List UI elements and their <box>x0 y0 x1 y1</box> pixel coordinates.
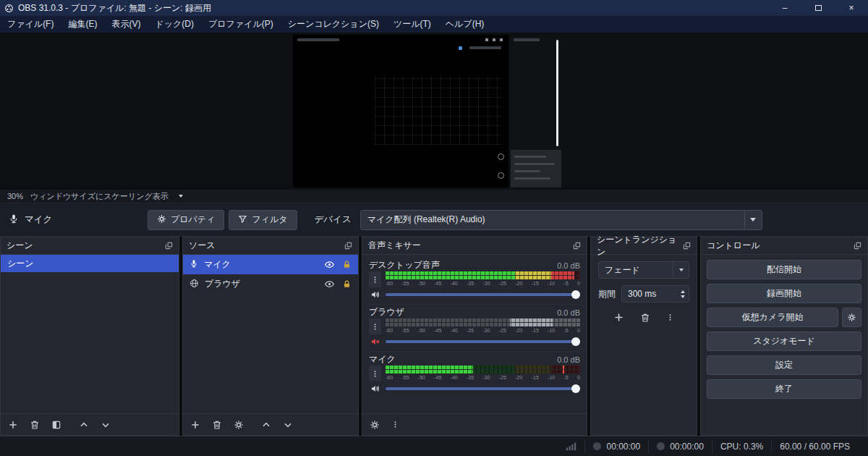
move-source-up-button[interactable] <box>261 420 271 430</box>
scaling-dropdown-button[interactable] <box>179 195 183 198</box>
menu-edit[interactable]: 編集(E) <box>61 16 104 33</box>
recording-timer: 00:00:00 <box>584 440 648 453</box>
obs-window: OBS 31.0.3 - プロファイル: 無題 - シーン: 録画用 – × フ… <box>0 0 868 456</box>
move-scene-down-button[interactable] <box>101 420 111 430</box>
channel-menu-button[interactable] <box>369 318 381 334</box>
source-list-item[interactable]: ブラウザ <box>183 274 358 294</box>
sources-list: マイク ブラウザ <box>183 255 358 413</box>
transitions-toolbar <box>598 312 689 323</box>
settings-button[interactable]: 設定 <box>707 355 861 375</box>
combo-arrow-button[interactable] <box>744 211 762 229</box>
advanced-audio-button[interactable] <box>370 420 380 430</box>
source-list-item[interactable]: マイク <box>183 255 358 274</box>
move-scene-up-button[interactable] <box>79 420 89 430</box>
transition-value: フェード <box>599 262 673 278</box>
mixer-menu-button[interactable] <box>391 420 399 429</box>
visibility-eye-icon[interactable] <box>324 279 335 290</box>
volume-meter-muted <box>386 323 580 326</box>
properties-button[interactable]: プロパティ <box>148 210 224 230</box>
speaker-icon[interactable] <box>369 384 381 394</box>
sources-dock-header: ソース <box>183 237 358 255</box>
controls-body: 配信開始 録画開始 仮想カメラ開始 スタジオモード 設定 終了 <box>701 255 867 435</box>
volume-slider[interactable] <box>386 384 580 393</box>
remove-scene-button[interactable] <box>30 420 40 430</box>
context-source: マイク <box>9 214 148 226</box>
gear-icon <box>157 214 166 226</box>
spin-down-button[interactable] <box>681 295 685 298</box>
properties-label: プロパティ <box>171 214 215 226</box>
exit-button[interactable]: 終了 <box>707 379 861 399</box>
duration-label: 期間 <box>598 288 616 300</box>
virtual-camera-settings-button[interactable] <box>842 308 861 327</box>
scene-filters-button[interactable] <box>51 420 61 430</box>
menu-help[interactable]: ヘルプ(H) <box>438 16 492 33</box>
remove-transition-button[interactable] <box>640 312 650 323</box>
capture-toolbar-hint <box>459 46 462 50</box>
window-capture-source[interactable] <box>293 35 509 187</box>
combo-arrow-button[interactable] <box>673 262 689 278</box>
controls-dock-title: コントロール <box>707 240 760 252</box>
capture-float-button <box>498 153 504 160</box>
volume-slider[interactable] <box>386 290 580 299</box>
menu-tools[interactable]: ツール(T) <box>386 16 438 33</box>
slider-handle[interactable] <box>571 290 580 299</box>
lock-icon[interactable] <box>342 279 352 289</box>
popout-icon[interactable] <box>344 242 352 250</box>
close-button[interactable]: × <box>835 0 868 16</box>
minimize-button[interactable]: – <box>768 0 801 16</box>
volume-slider[interactable] <box>386 337 580 346</box>
popout-icon[interactable] <box>573 242 581 250</box>
fps-indicator: 60.00 / 60.00 FPS <box>771 440 858 453</box>
source-properties-button[interactable] <box>234 420 244 430</box>
spin-up-button[interactable] <box>681 290 685 293</box>
source-context-toolbar: マイク プロパティ フィルタ デバイス マイク配列 (Realtek(R) Au… <box>0 203 868 237</box>
menu-scene-collection[interactable]: シーンコレクション(S) <box>281 16 386 33</box>
menu-profile[interactable]: プロファイル(P) <box>201 16 281 33</box>
maximize-button[interactable] <box>801 0 835 16</box>
capture-window-icons <box>485 38 488 41</box>
statusbar: 00:00:00 00:00:00 CPU: 0.3% 60.00 / 60.0… <box>0 436 868 456</box>
transition-menu-button[interactable] <box>666 312 674 323</box>
phone-capture-source[interactable] <box>511 35 561 187</box>
device-combobox[interactable]: マイク配列 (Realtek(R) Audio) <box>360 210 762 230</box>
filters-button[interactable]: フィルタ <box>229 210 297 230</box>
mixer-channel-browser: ブラウザ 0.0 dB -60-55-50-45-40-35-30-25-20-… <box>369 305 580 352</box>
speaker-muted-icon[interactable] <box>369 337 381 347</box>
speaker-icon[interactable] <box>369 290 381 300</box>
recording-time: 00:00:00 <box>606 442 640 452</box>
move-source-down-button[interactable] <box>283 420 293 430</box>
popout-icon[interactable] <box>165 242 173 250</box>
lock-icon[interactable] <box>342 260 352 269</box>
add-scene-button[interactable] <box>8 420 18 430</box>
visibility-eye-icon[interactable] <box>324 259 335 270</box>
preview-canvas <box>0 33 868 190</box>
scenes-dock: シーン シーン <box>0 237 179 436</box>
menu-file[interactable]: ファイル(F) <box>0 16 61 33</box>
channel-menu-button[interactable] <box>369 271 381 287</box>
start-virtual-camera-button[interactable]: 仮想カメラ開始 <box>707 308 838 327</box>
scaling-mode-label[interactable]: ウィンドウサイズにスケーリング表示 <box>30 191 169 202</box>
volume-meter <box>386 370 580 373</box>
add-source-button[interactable] <box>190 420 200 430</box>
remove-source-button[interactable] <box>212 420 222 430</box>
transition-combobox[interactable]: フェード <box>598 261 689 279</box>
scene-list-item[interactable]: シーン <box>1 255 179 272</box>
window-title: OBS 31.0.3 - プロファイル: 無題 - シーン: 録画用 <box>18 2 211 14</box>
popout-icon[interactable] <box>683 242 691 250</box>
studio-mode-button[interactable]: スタジオモード <box>707 332 861 351</box>
mic-icon <box>9 214 19 226</box>
duration-spinbox[interactable]: 300 ms <box>621 285 689 303</box>
channel-menu-button[interactable] <box>369 366 381 381</box>
zoom-level: 30% <box>0 192 30 200</box>
start-streaming-button[interactable]: 配信開始 <box>707 260 861 279</box>
slider-handle[interactable] <box>571 337 580 346</box>
popout-icon[interactable] <box>854 242 861 250</box>
capture-window-icons <box>493 38 495 41</box>
menu-view[interactable]: 表示(V) <box>104 16 148 33</box>
slider-handle[interactable] <box>571 384 580 393</box>
capture-title-hint <box>297 38 339 41</box>
transitions-dock-header: シーントランジション <box>591 237 697 255</box>
menu-docks[interactable]: ドック(D) <box>148 16 201 33</box>
start-recording-button[interactable]: 録画開始 <box>707 284 861 303</box>
add-transition-button[interactable] <box>613 312 624 323</box>
